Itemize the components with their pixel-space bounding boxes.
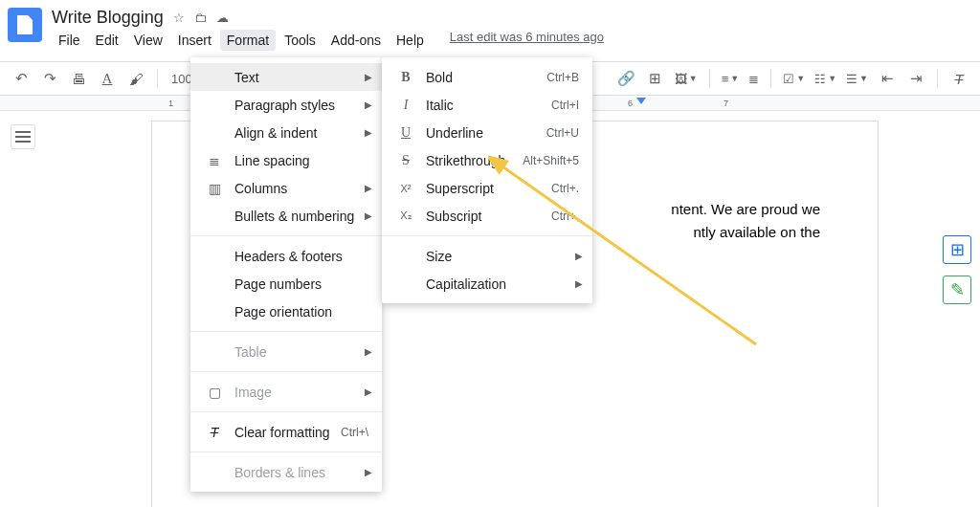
line-spacing-icon: ≣ — [204, 153, 225, 168]
add-comment-button[interactable]: ⊞ — [644, 67, 667, 90]
menu-separator — [190, 371, 382, 372]
menu-separator — [190, 452, 382, 452]
checklist-button[interactable]: ☑▼ — [781, 72, 807, 86]
format-paragraph-item[interactable]: Paragraph styles ▶ — [190, 91, 382, 119]
text-submenu: B Bold Ctrl+B I Italic Ctrl+I U Underlin… — [382, 57, 592, 303]
docs-logo-icon — [17, 15, 33, 34]
strikethrough-icon: S — [395, 153, 416, 168]
text-superscript-item[interactable]: X² Superscript Ctrl+. — [382, 174, 592, 202]
format-align-item[interactable]: Align & indent ▶ — [190, 119, 382, 146]
italic-icon: I — [395, 98, 416, 113]
spellcheck-button[interactable]: A — [96, 67, 119, 90]
paint-format-button[interactable]: 🖌 — [124, 67, 147, 90]
insert-link-button[interactable]: 🔗 — [615, 67, 638, 90]
chevron-right-icon: ▶ — [365, 467, 372, 477]
menu-insert[interactable]: Insert — [171, 30, 218, 51]
align-button[interactable]: ≡▼ — [720, 72, 742, 86]
chevron-right-icon: ▶ — [365, 127, 372, 138]
last-edit-link[interactable]: Last edit was 6 minutes ago — [450, 30, 604, 51]
right-rail: ⊞ ✎ — [934, 111, 980, 507]
underline-icon: U — [395, 125, 416, 141]
toolbar-separator — [709, 69, 710, 88]
bold-icon: B — [395, 70, 416, 85]
text-capitalization-item[interactable]: Capitalization ▶ — [382, 270, 592, 298]
clear-formatting-icon: T — [204, 425, 225, 440]
redo-button[interactable]: ↷ — [38, 67, 61, 90]
chevron-right-icon: ▶ — [365, 210, 372, 221]
chevron-right-icon: ▶ — [365, 386, 372, 397]
chevron-right-icon: ▶ — [365, 72, 372, 82]
move-icon[interactable]: 🗀 — [194, 11, 207, 25]
format-orientation-item[interactable]: Page orientation — [190, 298, 382, 325]
menu-format[interactable]: Format — [220, 30, 276, 51]
docs-logo[interactable] — [8, 8, 42, 42]
text-size-item[interactable]: Size ▶ — [382, 242, 592, 270]
chevron-right-icon: ▶ — [365, 346, 372, 357]
format-linespacing-item[interactable]: ≣ Line spacing — [190, 146, 382, 174]
increase-indent-button[interactable]: ⇥ — [904, 67, 927, 90]
clear-formatting-button[interactable]: T — [947, 67, 970, 90]
ruler-tick: 6 — [628, 99, 633, 108]
toolbar-separator — [157, 69, 158, 88]
line-spacing-button[interactable]: ≣ — [746, 72, 761, 86]
text-bold-item[interactable]: B Bold Ctrl+B — [382, 63, 592, 91]
format-headers-item[interactable]: Headers & footers — [190, 242, 382, 270]
document-text-line: ntly available on the — [693, 224, 820, 240]
chevron-right-icon: ▶ — [365, 183, 372, 193]
format-dropdown: Text ▶ Paragraph styles ▶ Align & indent… — [190, 57, 382, 492]
doc-header: Write Blogging ☆ 🗀 ☁ File Edit View Inse… — [0, 0, 980, 61]
toolbar-separator — [770, 69, 771, 88]
menu-tools[interactable]: Tools — [278, 30, 323, 51]
add-comment-button[interactable]: ⊞ — [943, 235, 971, 264]
menu-view[interactable]: View — [127, 30, 169, 51]
image-icon: ▢ — [204, 385, 225, 400]
document-text-line: ntent. We are proud we — [671, 201, 820, 217]
format-borders-item: Borders & lines ▶ — [190, 458, 382, 486]
columns-icon: ▥ — [204, 181, 225, 196]
text-strikethrough-item[interactable]: S Strikethrough Alt+Shift+5 — [382, 146, 592, 174]
document-title[interactable]: Write Blogging — [52, 8, 164, 28]
format-clear-item[interactable]: T Clear formatting Ctrl+\ — [190, 418, 382, 446]
indent-marker-icon[interactable] — [636, 98, 646, 107]
menu-separator — [190, 411, 382, 412]
menu-separator — [190, 235, 382, 236]
subscript-icon: X₂ — [395, 209, 416, 222]
chevron-right-icon: ▶ — [575, 278, 583, 289]
insert-image-button[interactable]: 🖼▼ — [673, 72, 700, 86]
menu-bar: File Edit View Insert Format Tools Add-o… — [52, 30, 972, 51]
superscript-icon: X² — [395, 183, 416, 194]
document-outline-button[interactable] — [11, 124, 35, 149]
star-icon[interactable]: ☆ — [173, 11, 185, 25]
text-subscript-item[interactable]: X₂ Subscript Ctrl+, — [382, 202, 592, 230]
menu-edit[interactable]: Edit — [89, 30, 125, 51]
ruler-tick: 1 — [168, 99, 173, 108]
format-image-item: ▢ Image ▶ — [190, 378, 382, 406]
undo-button[interactable]: ↶ — [10, 67, 33, 90]
title-area: Write Blogging ☆ 🗀 ☁ File Edit View Inse… — [52, 8, 972, 51]
numbered-list-button[interactable]: ☰▼ — [844, 72, 870, 86]
svg-marker-0 — [636, 98, 646, 104]
chevron-right-icon: ▶ — [575, 251, 583, 261]
text-italic-item[interactable]: I Italic Ctrl+I — [382, 91, 592, 119]
menu-addons[interactable]: Add-ons — [324, 30, 388, 51]
print-button[interactable]: 🖶 — [67, 67, 90, 90]
format-bullets-item[interactable]: Bullets & numbering ▶ — [190, 202, 382, 230]
left-rail — [0, 111, 46, 507]
menu-separator — [382, 235, 592, 236]
menu-separator — [190, 331, 382, 332]
toolbar-separator — [937, 69, 938, 88]
chevron-right-icon: ▶ — [365, 99, 372, 110]
format-text-item[interactable]: Text ▶ — [190, 63, 382, 91]
suggesting-mode-button[interactable]: ✎ — [943, 276, 971, 304]
format-columns-item[interactable]: ▥ Columns ▶ — [190, 174, 382, 202]
menu-help[interactable]: Help — [390, 30, 431, 51]
format-table-item: Table ▶ — [190, 338, 382, 365]
ruler-tick: 7 — [724, 99, 728, 108]
decrease-indent-button[interactable]: ⇤ — [876, 67, 899, 90]
format-pagenumbers-item[interactable]: Page numbers — [190, 270, 382, 298]
menu-file[interactable]: File — [52, 30, 87, 51]
cloud-status-icon[interactable]: ☁ — [216, 11, 229, 25]
bullet-list-button[interactable]: ☷▼ — [813, 72, 838, 86]
text-underline-item[interactable]: U Underline Ctrl+U — [382, 119, 592, 146]
